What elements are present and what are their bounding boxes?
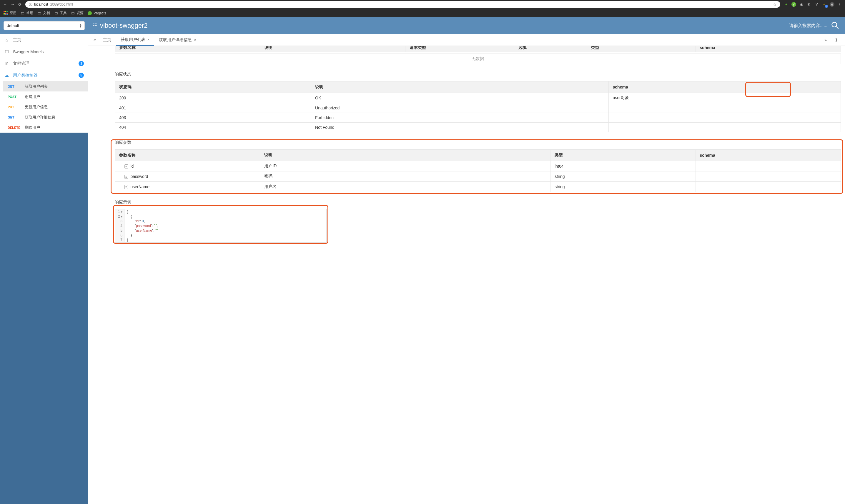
- cell: [609, 113, 841, 123]
- section-response-status: 响应状态: [115, 72, 841, 77]
- api-item[interactable]: GET获取用户列表: [3, 81, 88, 91]
- reload-button[interactable]: ⟳: [18, 2, 22, 7]
- col-header: 类型: [587, 46, 696, 52]
- bookmark-folder[interactable]: 🗀文档: [37, 11, 50, 16]
- ext-icon[interactable]: ✦: [784, 2, 789, 7]
- url-rest: :8089/doc.html: [50, 2, 73, 6]
- folder-icon: 🗀: [21, 11, 24, 15]
- url-input[interactable]: ⓘ localhost:8089/doc.html ☆: [25, 1, 780, 8]
- bookmark-folder[interactable]: 🗀常用: [21, 11, 33, 16]
- menu-toggle-icon[interactable]: ☷: [92, 22, 97, 29]
- api-list: GET获取用户列表 POST创建用户 PUT更新用户信息 GET获取用户详细信息…: [0, 81, 88, 132]
- profile-avatar-icon[interactable]: ☻: [830, 2, 834, 7]
- api-item[interactable]: POST创建用户: [3, 91, 88, 102]
- sidebar-filler: [0, 132, 88, 504]
- cell: 403: [115, 113, 311, 123]
- cell: ≡password: [115, 172, 260, 182]
- bookmark-star-icon[interactable]: ☆: [773, 2, 777, 7]
- forward-button[interactable]: →: [11, 2, 15, 7]
- bookmark-label: 资源: [76, 11, 84, 16]
- col-header: 说明: [260, 150, 550, 161]
- doc-body[interactable]: 参数名称 说明 请求类型 必填 类型 schema 无数据 响应状态 状: [88, 46, 845, 504]
- ext-icon[interactable]: y: [791, 2, 796, 7]
- browser-menu-icon[interactable]: ⋮: [837, 2, 842, 7]
- api-item[interactable]: PUT更新用户信息: [3, 102, 88, 112]
- ext-icon[interactable]: ⛨: [807, 2, 811, 7]
- cell: 用户名: [260, 182, 550, 192]
- count-badge: 3: [78, 61, 84, 66]
- tabs-scroll-left[interactable]: «: [91, 38, 98, 42]
- code-example[interactable]: 1 ▾[ 2 ▾ { 3 "id": 0, 4 "password": "", …: [115, 209, 327, 242]
- extension-icons: ✦ y ◉ ⛨ V ✓5 ☻ ⋮: [784, 2, 842, 7]
- back-button[interactable]: ←: [3, 2, 7, 7]
- bookmark-label: 文档: [43, 11, 50, 16]
- col-header: 必填: [514, 46, 587, 52]
- cell: int64: [550, 161, 696, 172]
- cell: [696, 161, 841, 172]
- cell: 404: [115, 123, 311, 132]
- api-item[interactable]: DELETE删除用户: [3, 122, 88, 132]
- cell: Not Found: [311, 123, 609, 132]
- cell: user对象: [609, 93, 841, 103]
- table-row: ≡id用户IDint64: [115, 161, 841, 172]
- api-label: 删除用户: [25, 125, 40, 130]
- cell: [609, 123, 841, 132]
- sidebar-home[interactable]: ⌂ 主页: [0, 34, 88, 46]
- tab-close-icon[interactable]: ×: [147, 37, 150, 42]
- folder-icon: 🗀: [71, 11, 75, 15]
- table-row: 401Unauthorized: [115, 103, 841, 113]
- spec-select[interactable]: default ▴▾: [3, 21, 85, 30]
- content-area: « 主页 获取用户列表× 获取用户详细信息× » ❯ 参数名称 说明 请求类型 …: [88, 34, 845, 504]
- select-chevron-icon: ▴▾: [80, 23, 82, 28]
- sidebar-doc-manage[interactable]: 🗎 文档管理 3: [0, 58, 88, 69]
- http-method: POST: [8, 95, 22, 98]
- url-host: localhost: [34, 2, 48, 6]
- table-row: 200OKuser对象: [115, 93, 841, 103]
- search-icon[interactable]: [831, 21, 839, 30]
- document-icon: 🗎: [4, 61, 10, 66]
- sidebar-user-controller[interactable]: ☁ 用户类控制器 5: [0, 69, 88, 81]
- sidebar-label: 文档管理: [13, 61, 30, 66]
- tab-close-icon[interactable]: ×: [194, 38, 196, 42]
- ext-icon[interactable]: V: [814, 2, 819, 7]
- tab-label: 主页: [103, 37, 111, 43]
- cell: OK: [311, 93, 609, 103]
- svg-point-0: [832, 22, 837, 27]
- bookmark-label: 应用: [10, 11, 16, 16]
- param-icon: ≡: [124, 175, 128, 179]
- table-row: ≡password密码string: [115, 172, 841, 182]
- bookmark-item[interactable]: Projects: [88, 11, 106, 15]
- info-icon: ⓘ: [29, 2, 32, 7]
- ext-icon[interactable]: ◉: [799, 2, 804, 7]
- ext-icon[interactable]: ✓5: [822, 2, 827, 7]
- app-header: default ▴▾ ☷ viboot-swagger2 请输入搜索内容....…: [0, 17, 845, 34]
- tabs-scroll-right[interactable]: »: [822, 38, 829, 42]
- param-icon: ≡: [124, 185, 128, 189]
- cube-icon: ❒: [4, 49, 10, 54]
- apps-button[interactable]: 应用: [3, 11, 16, 16]
- request-params-header: 参数名称 说明 请求类型 必填 类型 schema: [115, 46, 841, 52]
- no-data-text: 无数据: [115, 54, 841, 64]
- col-header: 参数名称: [115, 150, 260, 161]
- bookmarks-bar: 应用 🗀常用 🗀文档 🗀工具 🗀资源 Projects: [0, 9, 845, 17]
- col-header: 参数名称: [115, 46, 260, 52]
- section-response-example: 响应示例: [115, 200, 841, 205]
- search-placeholder[interactable]: 请输入搜索内容......: [789, 23, 827, 29]
- tabs-dropdown-icon[interactable]: ❯: [833, 38, 840, 42]
- tab-user-list[interactable]: 获取用户列表×: [116, 34, 155, 46]
- sidebar-label: 主页: [13, 37, 21, 43]
- sidebar-swagger-models[interactable]: ❒ Swagger Models: [0, 46, 88, 58]
- table-row: ≡userName用户名string: [115, 182, 841, 192]
- param-icon: ≡: [124, 164, 128, 168]
- spec-select-value: default: [7, 23, 19, 28]
- api-item[interactable]: GET获取用户详细信息: [3, 112, 88, 122]
- col-header: 状态码: [115, 82, 311, 93]
- apps-grid-icon: [3, 11, 8, 15]
- tab-home[interactable]: 主页: [98, 34, 116, 46]
- bookmark-folder[interactable]: 🗀资源: [71, 11, 84, 16]
- cell: 401: [115, 103, 311, 113]
- cell: ≡id: [115, 161, 260, 172]
- bookmark-folder[interactable]: 🗀工具: [54, 11, 67, 16]
- col-header: 说明: [260, 46, 405, 52]
- tab-user-detail[interactable]: 获取用户详细信息×: [154, 34, 201, 46]
